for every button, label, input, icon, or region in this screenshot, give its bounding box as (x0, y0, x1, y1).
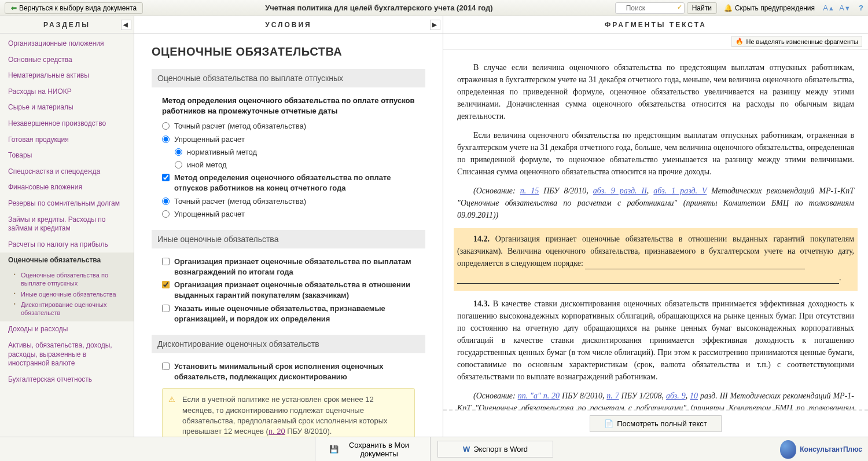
sidebar-item[interactable]: Бухгалтерская отчетность (0, 372, 134, 388)
sidebar-item[interactable]: Основные средства (0, 52, 134, 68)
sidebar-item[interactable]: Займы и кредиты. Расходы по займам и кре… (0, 212, 134, 237)
font-decrease-icon[interactable]: A▼ (839, 2, 851, 14)
sidebar-collapse-icon[interactable]: ◀ (121, 20, 131, 30)
section-head-vacation: Оценочные обязательства по выплате отпус… (152, 69, 425, 87)
no-highlight-button[interactable]: 🔥 Не выделять измененные фрагменты (731, 36, 862, 47)
brand-icon (780, 440, 796, 459)
sidebar-item[interactable]: Активы, обязательства, доходы, расходы, … (0, 338, 134, 372)
check-annual-rewards[interactable]: Организация признает оценочные обязатель… (162, 257, 425, 277)
warning-icon: 🔔 (724, 4, 733, 12)
sidebar-item[interactable]: Доходы и расходы (0, 321, 134, 338)
top-bar: ⬅ Вернуться к выбору вида документа Учет… (0, 0, 868, 16)
save-button[interactable]: 💾 Сохранить в Мои документы (315, 437, 431, 462)
sidebar-item[interactable]: Незавершенное производство (0, 116, 134, 132)
back-button[interactable]: ⬅ Вернуться к выбору вида документа (5, 2, 143, 14)
conditions-expand-icon[interactable]: ▶ (430, 20, 440, 30)
conditions-header: УСЛОВИЯ ▶ (134, 16, 443, 34)
basis-text: (Основание: п. 15 ПБУ 8/2010, абз. 9 раз… (457, 185, 854, 221)
ref-link[interactable]: п. 7 (606, 392, 619, 400)
sidebar-item[interactable]: Финансовые вложения (0, 180, 134, 196)
ref-link[interactable]: п. 15 (520, 186, 539, 195)
radio-simplified-2[interactable]: Упрощенный расчет (162, 209, 425, 219)
find-button[interactable]: Найти (687, 2, 717, 14)
fragments-body: В случае если величина оценочного обязат… (443, 50, 868, 409)
bottom-bar: 💾 Сохранить в Мои документы W Экспорт в … (0, 437, 868, 461)
sidebar-subitem[interactable]: Дисконтирование оценочных обязательств (14, 299, 134, 319)
sidebar-header: РАЗДЕЛЫ ◀ (0, 16, 134, 34)
check-warranty[interactable]: Организация признает оценочные обязатель… (162, 280, 425, 301)
sidebar-subitem[interactable]: Иные оценочные обязательства (14, 289, 134, 299)
conditions-column: УСЛОВИЯ ▶ ОЦЕНОЧНЫЕ ОБЯЗАТЕЛЬСТВА Оценоч… (134, 16, 443, 437)
full-text-button[interactable]: 📄 Посмотреть полный текст (590, 415, 722, 432)
sidebar-item[interactable]: Сырье и материалы (0, 100, 134, 116)
ref-link[interactable]: 10 (690, 392, 698, 400)
fragments-header: ФРАГМЕНТЫ ТЕКСТА (443, 16, 868, 34)
sidebar-item[interactable]: Расчеты по налогу на прибыль (0, 237, 134, 253)
conditions-content: ОЦЕНОЧНЫЕ ОБЯЗАТЕЛЬСТВА Оценочные обязат… (134, 34, 443, 437)
sidebar-item[interactable]: Нематериальные активы (0, 68, 134, 84)
sidebar-item[interactable]: Организационные положения (0, 36, 134, 52)
sidebar-column: РАЗДЕЛЫ ◀ Организационные положения Осно… (0, 16, 134, 437)
fire-icon: 🔥 (735, 38, 744, 45)
search-input[interactable] (615, 2, 685, 14)
note-link[interactable]: п. 20 (269, 427, 285, 436)
fragments-footer: 📄 Посмотреть полный текст (443, 409, 868, 437)
paragraph-14-2: 14.2. Организация признает оценочные обя… (457, 233, 854, 269)
highlighted-block: 14.2. Организация признает оценочные обя… (454, 228, 858, 291)
ref-link[interactable]: абз. 9 разд. II (593, 186, 647, 195)
search-box (615, 2, 685, 14)
word-icon: W (463, 445, 470, 453)
sidebar-item[interactable]: Резервы по сомнительным долгам (0, 196, 134, 212)
document-title: Учетная политика для целей бухгалтерског… (143, 3, 615, 12)
sidebar-subitem[interactable]: Оценочные обязательства по выплате отпус… (14, 270, 134, 289)
fragments-toolbar: 🔥 Не выделять измененные фрагменты (443, 34, 868, 50)
help-icon[interactable]: ? (855, 2, 867, 14)
ref-link[interactable]: абз. 9 (666, 392, 686, 400)
conditions-title: ОЦЕНОЧНЫЕ ОБЯЗАТЕЛЬСТВА (152, 45, 425, 58)
radio-exact-2[interactable]: Точный расчет (метод обязательства) (162, 196, 425, 207)
question-method-interim: Метод определения оценочного обязательст… (162, 96, 425, 116)
sidebar-item[interactable]: Готовая продукция (0, 132, 134, 148)
search-area: Найти 🔔 Скрыть предупреждения A▲ A▼ ? (615, 2, 868, 14)
check-method-year-end[interactable]: Метод определения оценочного обязательст… (162, 173, 425, 193)
main-area: РАЗДЕЛЫ ◀ Организационные положения Осно… (0, 16, 868, 437)
ref-link[interactable]: пп. "а" п. 20 (518, 392, 560, 400)
save-icon: 💾 (329, 445, 339, 453)
font-increase-icon[interactable]: A▲ (823, 2, 834, 14)
radio-normative[interactable]: нормативный метод (175, 147, 425, 158)
brand-logo: КонсультантПлюс (780, 440, 862, 459)
paragraph: Если величина оценочного обязательства п… (457, 129, 854, 178)
basis-text: (Основание: пп. "а" п. 20 ПБУ 8/2010, п.… (457, 390, 854, 409)
section-head-discount: Дисконтирование оценочных обязательств (152, 335, 425, 353)
paragraph: В случае если величина оценочного обязат… (457, 61, 854, 122)
sidebar-item[interactable]: Спецоснастка и спецодежда (0, 164, 134, 180)
sidebar-item[interactable]: Товары (0, 148, 134, 164)
check-min-term[interactable]: Установить минимальный срок исполнения о… (162, 361, 425, 382)
paragraph-14-3: 14.3. В качестве ставки дисконтирования … (457, 298, 854, 383)
sidebar-subitems: Оценочные обязательства по выплате отпус… (0, 269, 134, 321)
fragments-column: ФРАГМЕНТЫ ТЕКСТА 🔥 Не выделять измененны… (443, 16, 868, 437)
ref-link[interactable]: абз. 1 разд. V (653, 186, 707, 195)
back-label: Вернуться к выбору вида документа (19, 4, 137, 12)
sidebar-list: Организационные положения Основные средс… (0, 34, 134, 390)
radio-exact-1[interactable]: Точный расчет (метод обязательства) (162, 121, 425, 131)
document-icon: 📄 (604, 419, 613, 428)
check-other-liabilities[interactable]: Указать иные оценочные обязательства, пр… (162, 303, 425, 324)
warning-note: Если в учетной политике не установлен ср… (162, 388, 415, 437)
radio-other-method[interactable]: иной метод (175, 160, 425, 170)
back-arrow-icon: ⬅ (11, 4, 17, 12)
radio-simplified-1[interactable]: Упрощенный расчет (162, 134, 425, 145)
hide-warnings-button[interactable]: 🔔 Скрыть предупреждения (719, 3, 819, 13)
export-word-button[interactable]: W Экспорт в Word (437, 441, 553, 458)
section-head-other: Иные оценочные обязательства (152, 230, 425, 248)
sidebar-item-active[interactable]: Оценочные обязательства (0, 253, 134, 269)
sidebar-item[interactable]: Расходы на НИОКР (0, 84, 134, 100)
